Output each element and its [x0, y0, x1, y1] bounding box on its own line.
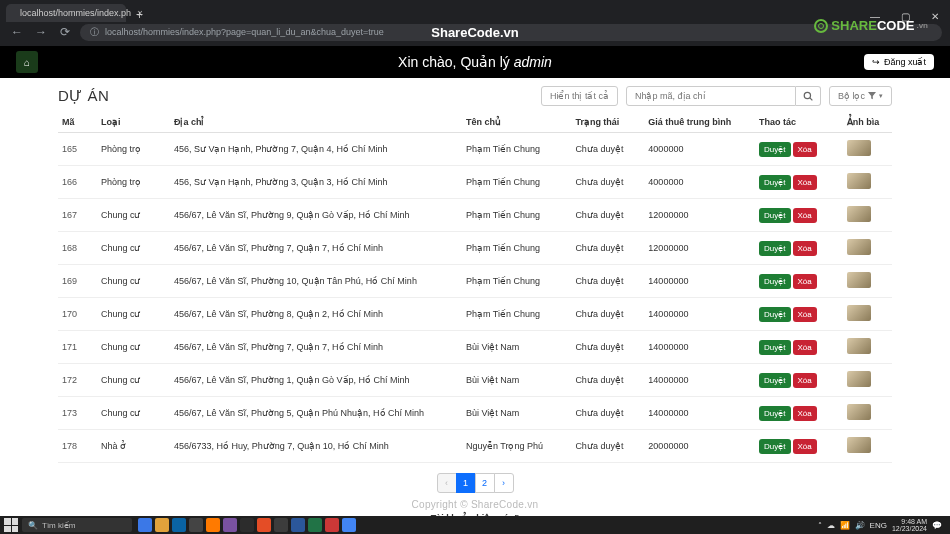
cell-id: 166: [58, 166, 97, 199]
taskbar-app[interactable]: [172, 518, 186, 532]
delete-button[interactable]: Xóa: [793, 340, 817, 355]
brand-logo[interactable]: ⌂: [16, 51, 38, 73]
funnel-icon: [868, 92, 876, 100]
cell-status: Chưa duyệt: [571, 298, 644, 331]
thumbnail-image[interactable]: [847, 404, 871, 420]
thumbnail-image[interactable]: [847, 272, 871, 288]
table-row: 173Chung cư456/67, Lê Văn Sĩ, Phường 5, …: [58, 397, 892, 430]
greeting: Xin chào, Quản lý admin: [398, 54, 552, 70]
cell-status: Chưa duyệt: [571, 166, 644, 199]
taskbar-app[interactable]: [274, 518, 288, 532]
taskbar-app[interactable]: [325, 518, 339, 532]
cell-actions: DuyệtXóa: [755, 166, 843, 199]
delete-button[interactable]: Xóa: [793, 274, 817, 289]
page-2[interactable]: 2: [475, 473, 495, 493]
address-bar[interactable]: ⓘ localhost/hommies/index.php?page=quan_…: [80, 24, 942, 41]
thumbnail-image[interactable]: [847, 305, 871, 321]
cell-actions: DuyệtXóa: [755, 265, 843, 298]
cell-price: 12000000: [644, 199, 755, 232]
cell-type: Chung cư: [97, 298, 170, 331]
page-next[interactable]: ›: [494, 473, 514, 493]
table-row: 169Chung cư456/67, Lê Văn Sĩ, Phường 10,…: [58, 265, 892, 298]
taskbar-app[interactable]: [342, 518, 356, 532]
taskbar-app[interactable]: [155, 518, 169, 532]
cell-price: 20000000: [644, 430, 755, 463]
delete-button[interactable]: Xóa: [793, 373, 817, 388]
cell-address: 456/67, Lê Văn Sĩ, Phường 9, Quận Gò Vấp…: [170, 199, 462, 232]
delete-button[interactable]: Xóa: [793, 175, 817, 190]
thumbnail-image[interactable]: [847, 371, 871, 387]
cell-actions: DuyệtXóa: [755, 298, 843, 331]
logout-button[interactable]: ↪ Đăng xuất: [864, 54, 934, 70]
approve-button[interactable]: Duyệt: [759, 373, 790, 388]
approve-button[interactable]: Duyệt: [759, 307, 790, 322]
cell-address: 456/6733, Hồ Huy, Phường 7, Quận 10, Hồ …: [170, 430, 462, 463]
approve-button[interactable]: Duyệt: [759, 340, 790, 355]
approve-button[interactable]: Duyệt: [759, 142, 790, 157]
approve-button[interactable]: Duyệt: [759, 406, 790, 421]
filter-button[interactable]: Bộ lọc ▾: [829, 86, 892, 106]
thumbnail-image[interactable]: [847, 206, 871, 222]
svg-line-1: [810, 98, 813, 101]
tray-notifications-icon[interactable]: 💬: [932, 521, 942, 530]
taskbar-app[interactable]: [206, 518, 220, 532]
browser-tab[interactable]: localhost/hommies/index.ph ×: [6, 4, 126, 22]
cell-thumb: [843, 430, 892, 463]
tray-volume-icon[interactable]: 🔊: [855, 521, 865, 530]
thumbnail-image[interactable]: [847, 437, 871, 453]
search-button[interactable]: [796, 86, 821, 106]
logout-icon: ↪: [872, 57, 880, 67]
cell-address: 456/67, Lê Văn Sĩ, Phường 7, Quận 7, Hồ …: [170, 232, 462, 265]
tray-lang[interactable]: ENG: [870, 521, 887, 530]
approve-button[interactable]: Duyệt: [759, 241, 790, 256]
nav-back-icon[interactable]: ←: [8, 25, 26, 39]
delete-button[interactable]: Xóa: [793, 439, 817, 454]
delete-button[interactable]: Xóa: [793, 208, 817, 223]
delete-button[interactable]: Xóa: [793, 406, 817, 421]
start-button[interactable]: [4, 518, 18, 532]
tray-cloud-icon[interactable]: ☁: [827, 521, 835, 530]
delete-button[interactable]: Xóa: [793, 307, 817, 322]
cell-price: 4000000: [644, 166, 755, 199]
chevron-down-icon: ▾: [879, 92, 883, 100]
taskbar-clock[interactable]: 9:48 AM 12/23/2024: [892, 518, 927, 532]
cell-owner: Phạm Tiến Chung: [462, 199, 571, 232]
show-all-button[interactable]: Hiển thị tất cả: [541, 86, 618, 106]
taskbar-app[interactable]: [257, 518, 271, 532]
thumbnail-image[interactable]: [847, 338, 871, 354]
taskbar-app[interactable]: [189, 518, 203, 532]
approve-button[interactable]: Duyệt: [759, 274, 790, 289]
nav-forward-icon[interactable]: →: [32, 25, 50, 39]
cell-owner: Phạm Tiến Chung: [462, 265, 571, 298]
taskbar-search[interactable]: 🔍 Tìm kiếm: [22, 518, 132, 532]
thumbnail-image[interactable]: [847, 140, 871, 156]
approve-button[interactable]: Duyệt: [759, 439, 790, 454]
cell-type: Chung cư: [97, 265, 170, 298]
table-row: 178Nhà ở456/6733, Hồ Huy, Phường 7, Quận…: [58, 430, 892, 463]
taskbar-app[interactable]: [240, 518, 254, 532]
svg-point-0: [804, 92, 810, 98]
thumbnail-image[interactable]: [847, 173, 871, 189]
page-1[interactable]: 1: [456, 473, 476, 493]
approve-button[interactable]: Duyệt: [759, 208, 790, 223]
cell-price: 12000000: [644, 232, 755, 265]
cell-actions: DuyệtXóa: [755, 232, 843, 265]
taskbar-app[interactable]: [223, 518, 237, 532]
tab-title: localhost/hommies/index.ph: [20, 8, 131, 18]
taskbar-app[interactable]: [308, 518, 322, 532]
taskbar-app[interactable]: [138, 518, 152, 532]
tray-chevron-icon[interactable]: ˄: [818, 521, 822, 530]
delete-button[interactable]: Xóa: [793, 142, 817, 157]
cell-type: Phòng trọ: [97, 166, 170, 199]
thumbnail-image[interactable]: [847, 239, 871, 255]
approve-button[interactable]: Duyệt: [759, 175, 790, 190]
new-tab-button[interactable]: +: [130, 8, 149, 22]
cell-owner: Bùi Việt Nam: [462, 397, 571, 430]
cell-status: Chưa duyệt: [571, 364, 644, 397]
taskbar-app[interactable]: [291, 518, 305, 532]
search-input[interactable]: [626, 86, 796, 106]
tray-wifi-icon[interactable]: 📶: [840, 521, 850, 530]
delete-button[interactable]: Xóa: [793, 241, 817, 256]
nav-reload-icon[interactable]: ⟳: [56, 25, 74, 39]
cell-type: Phòng trọ: [97, 133, 170, 166]
